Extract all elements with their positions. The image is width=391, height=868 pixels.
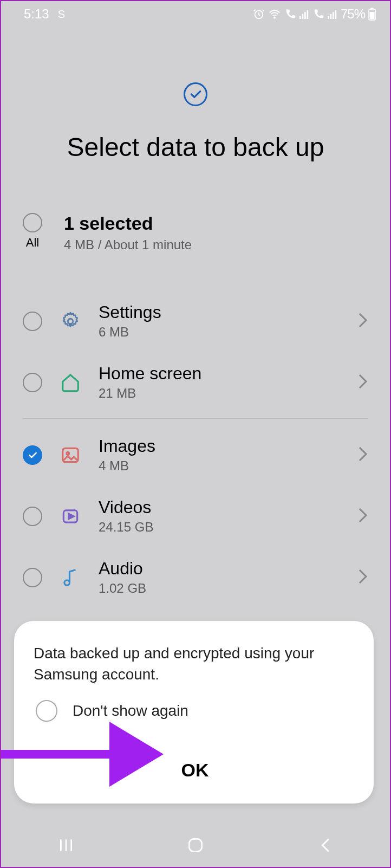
dont-show-checkbox[interactable]	[36, 700, 57, 722]
select-all-checkbox[interactable]	[23, 213, 42, 232]
svg-marker-17	[69, 514, 74, 519]
chevron-right-icon	[357, 507, 368, 526]
item-name: Images	[99, 436, 341, 456]
svg-rect-8	[333, 12, 334, 19]
list-item-settings[interactable]: Settings 6 MB	[1, 290, 390, 352]
select-all-label: All	[26, 236, 39, 250]
list-item-images[interactable]: Images 4 MB	[1, 424, 390, 485]
item-name: Videos	[99, 497, 341, 517]
signal1-icon	[299, 9, 309, 19]
list-divider	[23, 418, 368, 419]
svg-rect-6	[328, 16, 329, 19]
alarm-icon	[253, 8, 265, 20]
signal2-icon	[328, 9, 337, 19]
dont-show-row[interactable]: Don't show again	[34, 700, 356, 722]
item-name: Home screen	[99, 364, 341, 384]
svg-rect-3	[302, 14, 303, 19]
dont-show-label: Don't show again	[73, 702, 188, 720]
svg-rect-22	[189, 839, 201, 851]
home-icon	[58, 372, 82, 393]
battery-percent: 75%	[341, 7, 365, 22]
info-dialog: Data backed up and encrypted using your …	[14, 621, 374, 804]
item-checkbox-checked[interactable]	[23, 445, 42, 465]
item-checkbox[interactable]	[23, 373, 42, 392]
ok-button[interactable]: OK	[181, 760, 209, 781]
item-size: 4 MB	[99, 458, 341, 474]
chevron-right-icon	[357, 446, 368, 464]
svg-rect-11	[370, 12, 375, 20]
navigation-bar	[1, 824, 390, 867]
svg-rect-9	[335, 10, 336, 19]
call-sim1-icon	[284, 8, 296, 20]
item-checkbox[interactable]	[23, 312, 42, 331]
svg-rect-2	[299, 16, 301, 19]
chevron-right-icon	[357, 373, 368, 392]
status-time: 5:13	[24, 7, 49, 22]
selection-summary: All 1 selected 4 MB / About 1 minute	[1, 162, 390, 252]
dialog-message: Data backed up and encrypted using your …	[34, 643, 356, 685]
svg-rect-4	[304, 12, 306, 19]
audio-icon	[58, 567, 82, 588]
item-size: 1.02 GB	[99, 581, 341, 596]
item-size: 21 MB	[99, 386, 341, 401]
video-icon	[58, 506, 82, 527]
svg-point-15	[67, 452, 69, 455]
item-name: Audio	[99, 559, 341, 579]
gear-icon	[58, 311, 82, 332]
back-button[interactable]	[292, 837, 357, 854]
list-item-audio[interactable]: Audio 1.02 GB	[1, 547, 390, 608]
backup-list: Settings 6 MB Home screen 21 MB	[1, 252, 390, 608]
image-icon	[58, 445, 82, 465]
list-item-videos[interactable]: Videos 24.15 GB	[1, 485, 390, 547]
svg-rect-7	[330, 14, 331, 19]
selected-count: 1 selected	[64, 213, 192, 234]
wifi-icon	[268, 8, 281, 20]
item-size: 6 MB	[99, 325, 341, 340]
item-checkbox[interactable]	[23, 507, 42, 526]
svg-rect-5	[307, 10, 308, 19]
header-check-icon	[184, 82, 207, 106]
item-checkbox[interactable]	[23, 568, 42, 587]
size-estimate: 4 MB / About 1 minute	[64, 237, 192, 252]
item-size: 24.15 GB	[99, 520, 341, 535]
item-name: Settings	[99, 302, 341, 322]
list-item-home-screen[interactable]: Home screen 21 MB	[1, 352, 390, 413]
svg-point-1	[274, 17, 275, 18]
recents-button[interactable]	[34, 837, 99, 853]
svg-rect-12	[370, 8, 374, 10]
page-header: Select data to back up	[1, 25, 390, 162]
chevron-right-icon	[357, 312, 368, 331]
call-sim2-icon	[312, 8, 324, 20]
page-title: Select data to back up	[1, 132, 390, 162]
chevron-right-icon	[357, 568, 368, 587]
svg-point-13	[68, 319, 73, 324]
home-button[interactable]	[163, 836, 228, 854]
status-indicator: S	[58, 8, 65, 21]
status-bar: 5:13 S 75%	[1, 1, 390, 25]
battery-icon	[368, 8, 376, 21]
